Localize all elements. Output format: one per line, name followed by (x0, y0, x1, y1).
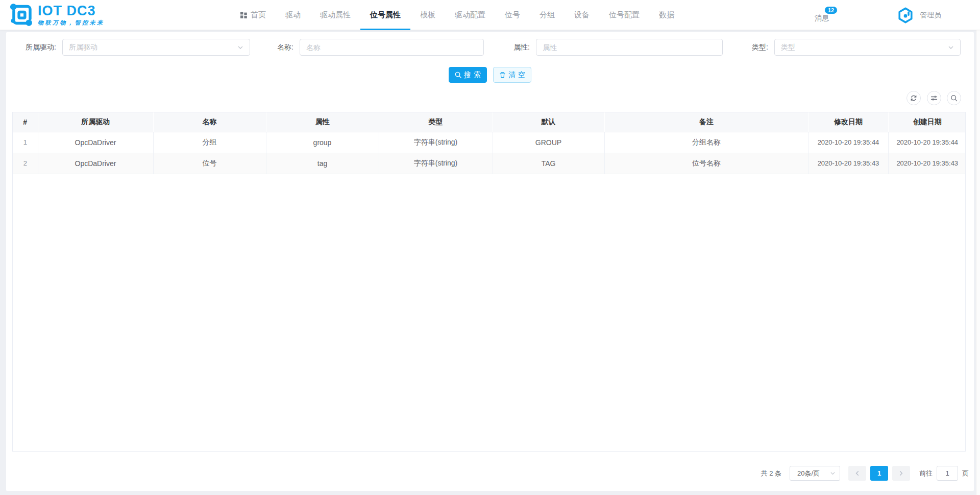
pagination: 共 2 条 20条/页 1 前往 页 (761, 466, 969, 481)
nav-label: 位号配置 (609, 10, 640, 20)
trash-icon (499, 72, 506, 78)
col-driver: 所属驱动 (38, 112, 153, 132)
nav-item-template[interactable]: 模板 (410, 0, 445, 30)
driver-select[interactable]: 所属驱动 (62, 39, 250, 56)
user-name: 管理员 (920, 11, 941, 20)
cell-attribute: tag (266, 153, 379, 174)
nav-item-group[interactable]: 分组 (530, 0, 565, 30)
home-grid-icon (240, 12, 247, 18)
nav-label: 驱动 (285, 10, 301, 20)
nav-item-home[interactable]: 首页 (231, 0, 276, 30)
cell-default: TAG (493, 153, 604, 174)
col-name: 名称 (153, 112, 266, 132)
table-row[interactable]: 1 OpcDaDriver 分组 group 字符串(string) GROUP… (13, 132, 966, 153)
cell-index: 2 (13, 153, 38, 174)
filter-attribute: 属性: (501, 39, 723, 56)
filter-settings-button[interactable] (927, 91, 941, 105)
column-search-button[interactable] (947, 91, 961, 105)
nav-item-point[interactable]: 位号 (495, 0, 530, 30)
nav-item-point-config[interactable]: 位号配置 (599, 0, 649, 30)
pagination-total: 共 2 条 (761, 469, 781, 478)
search-button[interactable]: 搜索 (449, 67, 487, 83)
filter-attribute-label: 属性: (501, 43, 530, 52)
filter-name-label: 名称: (264, 43, 293, 52)
nav-label: 驱动属性 (320, 10, 351, 20)
filter-type-label: 类型: (740, 43, 768, 52)
refresh-icon (910, 95, 917, 102)
top-header: IOT DC3 物联万物，智控未来 首页 驱动 驱动属性 位号属性 (0, 0, 980, 30)
nav-item-point-attribute[interactable]: 位号属性 (360, 0, 410, 30)
driver-select-value: 所属驱动 (69, 43, 237, 52)
clear-button[interactable]: 清空 (493, 67, 531, 83)
cell-driver: OpcDaDriver (38, 153, 153, 174)
nav-item-driver-attribute[interactable]: 驱动属性 (310, 0, 360, 30)
goto-label: 前往 (919, 469, 933, 478)
avatar-hexagon-icon (897, 7, 914, 23)
nav-label: 驱动配置 (455, 10, 485, 20)
type-select[interactable]: 类型 (774, 39, 961, 56)
page-size-select[interactable]: 20条/页 (790, 466, 840, 481)
col-remark: 备注 (604, 112, 808, 132)
page: IOT DC3 物联万物，智控未来 首页 驱动 驱动属性 位号属性 (0, 0, 980, 495)
table-header-row: # 所属驱动 名称 属性 类型 默认 备注 修改日期 创建日期 (13, 112, 966, 132)
cell-attribute: group (266, 132, 379, 153)
chevron-down-icon (948, 44, 954, 51)
type-select-value: 类型 (781, 43, 948, 52)
nav-item-driver-config[interactable]: 驱动配置 (445, 0, 495, 30)
search-icon (950, 95, 958, 102)
cell-default: GROUP (493, 132, 604, 153)
name-input-wrap (300, 39, 484, 56)
cell-type: 字符串(string) (379, 153, 493, 174)
messages-label: 消息 (815, 14, 829, 23)
cell-modified-date: 2020-10-20 19:35:44 (808, 132, 888, 153)
scrollbar-track[interactable] (976, 0, 980, 495)
cell-created-date: 2020-10-20 19:35:44 (888, 132, 966, 153)
content-card: 所属驱动: 所属驱动 名称: 属性: 类型: 类型 (6, 32, 974, 491)
refresh-button[interactable] (906, 91, 921, 105)
nav-label: 数据 (659, 10, 674, 20)
page-number-button[interactable]: 1 (870, 466, 888, 481)
col-default: 默认 (493, 112, 604, 132)
chevron-right-icon (898, 470, 904, 476)
filter-driver-label: 所属驱动: (13, 43, 56, 52)
clear-button-label: 清空 (508, 70, 528, 80)
nav-label: 首页 (251, 10, 266, 20)
user-menu[interactable]: 管理员 (897, 0, 941, 30)
goto-page-unit: 页 (962, 469, 969, 478)
main-nav: 首页 驱动 驱动属性 位号属性 模板 驱动配置 位号 分组 设备 位号配置 数据 (231, 0, 684, 30)
next-page-button[interactable] (892, 466, 910, 481)
table-row[interactable]: 2 OpcDaDriver 位号 tag 字符串(string) TAG 位号名… (13, 153, 966, 174)
cell-type: 字符串(string) (379, 132, 493, 153)
col-modified-date: 修改日期 (808, 112, 888, 132)
chevron-left-icon (854, 470, 860, 476)
chevron-down-icon (237, 44, 243, 51)
nav-label: 模板 (420, 10, 435, 20)
search-button-label: 搜索 (464, 70, 483, 80)
attribute-input[interactable] (543, 43, 716, 52)
search-icon (455, 72, 461, 78)
nav-label: 位号 (505, 10, 520, 20)
cell-name: 位号 (153, 153, 266, 174)
goto-page-input[interactable] (937, 466, 958, 481)
cell-index: 1 (13, 132, 38, 153)
col-created-date: 创建日期 (888, 112, 966, 132)
name-input[interactable] (306, 43, 477, 52)
chevron-down-icon (830, 470, 836, 476)
messages-link[interactable]: 消息 12 (815, 0, 829, 30)
nav-label: 位号属性 (370, 10, 401, 20)
brand-text: IOT DC3 物联万物，智控未来 (38, 4, 105, 27)
cell-driver: OpcDaDriver (38, 132, 153, 153)
col-type: 类型 (379, 112, 493, 132)
filter-type: 类型: 类型 (740, 39, 961, 56)
col-index: # (13, 112, 38, 132)
brand-logo[interactable]: IOT DC3 物联万物，智控未来 (8, 2, 105, 28)
attribute-input-wrap (536, 39, 723, 56)
brand-title: IOT DC3 (38, 4, 105, 18)
nav-item-data[interactable]: 数据 (649, 0, 684, 30)
prev-page-button[interactable] (848, 466, 866, 481)
nav-label: 设备 (574, 10, 590, 20)
cell-name: 分组 (153, 132, 266, 153)
col-attribute: 属性 (266, 112, 379, 132)
nav-item-device[interactable]: 设备 (565, 0, 599, 30)
nav-item-driver[interactable]: 驱动 (276, 0, 310, 30)
